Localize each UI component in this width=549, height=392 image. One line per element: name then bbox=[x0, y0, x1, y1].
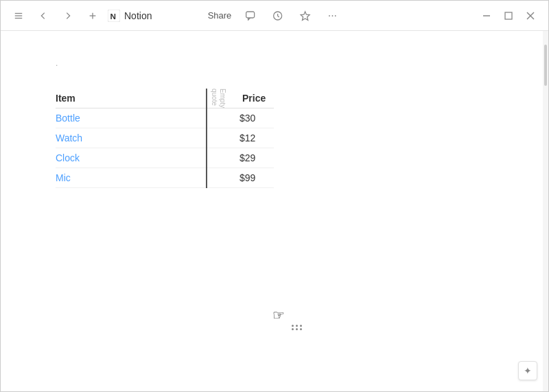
dot: . bbox=[56, 58, 488, 68]
price-cell-bottle: $30 bbox=[231, 108, 274, 128]
col-empty-header: Empty quote bbox=[207, 89, 231, 108]
share-button[interactable]: Share bbox=[208, 10, 232, 21]
table-row: Watch $12 bbox=[56, 128, 274, 148]
comment-button[interactable] bbox=[241, 7, 259, 25]
menu-button[interactable] bbox=[9, 6, 28, 25]
item-cell-bottle[interactable]: Bottle bbox=[56, 108, 207, 128]
favorite-button[interactable] bbox=[296, 7, 314, 25]
titlebar-left: N Notion bbox=[9, 6, 152, 25]
table-row: Bottle $30 bbox=[56, 108, 274, 128]
price-cell-clock: $29 bbox=[231, 148, 274, 168]
item-cell-watch[interactable]: Watch bbox=[56, 128, 207, 148]
price-cell-watch: $12 bbox=[231, 128, 274, 148]
item-cell-clock[interactable]: Clock bbox=[56, 148, 207, 168]
notion-logo-icon: N bbox=[108, 10, 120, 22]
titlebar-right bbox=[477, 6, 540, 25]
main-content: . Item Empty quote Price Bottle bbox=[1, 31, 543, 392]
brand: N Notion bbox=[108, 10, 152, 22]
svg-text:N: N bbox=[110, 11, 116, 20]
maximize-button[interactable] bbox=[499, 6, 518, 25]
cursor-icon: ☞ bbox=[272, 307, 285, 323]
empty-cell-4 bbox=[207, 168, 231, 188]
data-table: Item Empty quote Price Bottle $30 Wat bbox=[56, 89, 274, 188]
empty-cell-1 bbox=[207, 108, 231, 128]
scrollbar[interactable] bbox=[543, 31, 548, 392]
svg-marker-9 bbox=[301, 12, 309, 21]
empty-cell-2 bbox=[207, 128, 231, 148]
col-item-header: Item bbox=[56, 89, 207, 108]
back-button[interactable] bbox=[34, 6, 53, 25]
more-button[interactable]: ··· bbox=[323, 7, 341, 25]
brand-name: Notion bbox=[124, 10, 152, 21]
history-button[interactable] bbox=[268, 7, 286, 25]
price-cell-mic: $99 bbox=[231, 168, 274, 188]
drag-handle-icon bbox=[292, 325, 303, 330]
table-container: Item Empty quote Price Bottle $30 Wat bbox=[56, 89, 488, 188]
titlebar: N Notion Share ··· bbox=[1, 1, 548, 31]
empty-cell-3 bbox=[207, 148, 231, 168]
table-header-row: Item Empty quote Price bbox=[56, 89, 274, 108]
corner-plus-icon: ✦ bbox=[524, 365, 532, 376]
titlebar-center: Share ··· bbox=[208, 7, 342, 25]
close-button[interactable] bbox=[521, 6, 540, 25]
svg-rect-11 bbox=[505, 12, 512, 19]
corner-action-button[interactable]: ✦ bbox=[518, 361, 537, 380]
minimize-button[interactable] bbox=[477, 6, 496, 25]
forward-button[interactable] bbox=[58, 6, 78, 25]
svg-rect-7 bbox=[246, 12, 254, 18]
scrollbar-thumb[interactable] bbox=[544, 45, 547, 86]
item-cell-mic[interactable]: Mic bbox=[56, 168, 207, 188]
new-page-button[interactable] bbox=[83, 6, 102, 25]
table-row: Clock $29 bbox=[56, 148, 274, 168]
table-row: Mic $99 bbox=[56, 168, 274, 188]
content-area: . Item Empty quote Price Bottle bbox=[1, 31, 548, 392]
col-price-header: Price bbox=[231, 89, 274, 108]
